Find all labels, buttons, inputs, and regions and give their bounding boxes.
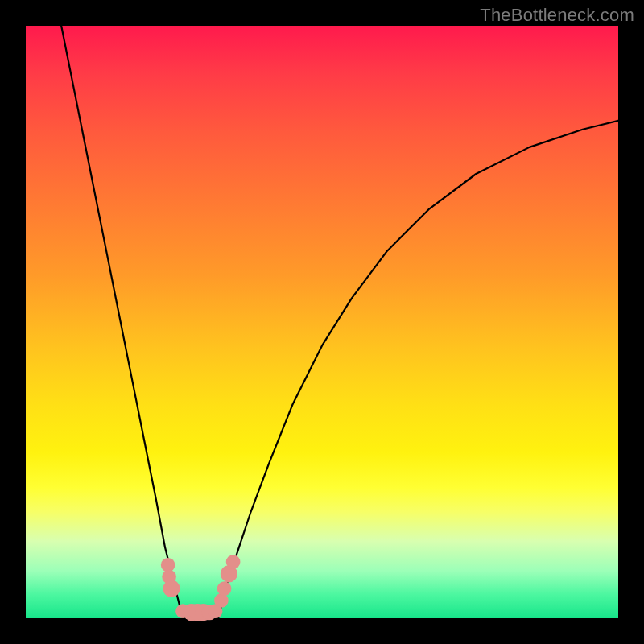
marker-right-cluster xyxy=(214,593,229,608)
watermark-text: TheBottleneck.com xyxy=(480,5,634,26)
marker-right-cluster xyxy=(226,555,241,569)
chart-frame: TheBottleneck.com xyxy=(0,0,644,644)
marker-right-cluster xyxy=(217,581,232,596)
bottleneck-curve xyxy=(61,26,618,618)
marker-left-cluster xyxy=(163,580,180,597)
chart-svg xyxy=(26,26,618,618)
plot-area xyxy=(26,26,618,618)
